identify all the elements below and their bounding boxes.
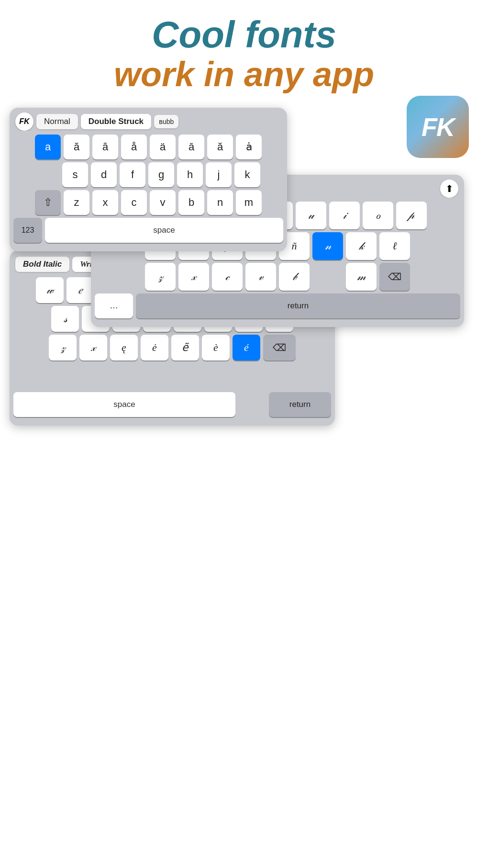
kb2-bottom-row: … return <box>95 293 460 318</box>
kb1-space-key[interactable]: space <box>45 218 283 243</box>
kb2-return-key[interactable]: return <box>136 293 460 318</box>
kb2-dots-key[interactable]: … <box>95 293 133 318</box>
kb2-spacer <box>312 263 343 291</box>
kb2-share-button[interactable]: ⬆ <box>440 180 458 198</box>
key-a-macron[interactable]: ā <box>178 135 204 159</box>
kb2-key-z[interactable]: 𝓏 <box>145 263 176 291</box>
kb2-delete-key[interactable]: ⌫ <box>379 263 410 291</box>
kb2-key-b[interactable]: 𝒷 <box>279 263 310 291</box>
kb2-key-o[interactable]: ℴ <box>363 202 393 229</box>
kb3-tab-bolditalic[interactable]: Bold Italic <box>15 257 69 272</box>
kb2-key-i[interactable]: 𝒾 <box>329 202 360 229</box>
kb3-accent-group: ę ė ẽ è é <box>110 335 260 389</box>
kb3-key-e-tilde[interactable]: ẽ <box>171 335 199 361</box>
kb1-accent-row: a ă â å ä ā ă ȧ <box>13 135 283 159</box>
header-section: Cool fonts work in any app <box>114 14 374 93</box>
kb1-fk-logo[interactable]: FK <box>15 113 33 131</box>
kb3-key-s[interactable]: 𝓈 <box>51 306 79 332</box>
kb2-key-c[interactable]: 𝒸 <box>212 263 243 291</box>
kb1-tab-bubble[interactable]: ʙubb <box>154 115 178 128</box>
keyboard-1: FK Normal Double Struck ʙubb a ă â å ä ā… <box>10 108 287 251</box>
key-z[interactable]: z <box>64 190 89 215</box>
key-k[interactable]: k <box>234 162 260 187</box>
kb2-key-x[interactable]: 𝓍 <box>178 263 209 291</box>
kb3-key-e-grave[interactable]: è <box>202 335 230 361</box>
kb3-accent-popup: ę ė ẽ è é <box>110 335 260 361</box>
kb1-row2: s d f g h j k <box>13 162 283 187</box>
kb2-key-k[interactable]: 𝓀 <box>346 232 377 260</box>
kb1-row3: ⇧ z x c v b n m <box>13 190 283 215</box>
key-a-active[interactable]: a <box>35 135 61 159</box>
key-c[interactable]: c <box>121 190 147 215</box>
header-title-line1: Cool fonts <box>114 14 374 56</box>
key-j[interactable]: j <box>206 162 232 187</box>
kb3-key-e-ogonek[interactable]: ę <box>110 335 138 361</box>
key-f[interactable]: f <box>120 162 145 187</box>
kb1-toolbar: FK Normal Double Struck ʙubb <box>13 113 283 131</box>
kb3-key-e-dot[interactable]: ė <box>141 335 168 361</box>
kb2-key-l[interactable]: ℓ <box>379 232 410 260</box>
key-g[interactable]: g <box>148 162 174 187</box>
kb3-space-key[interactable]: space <box>13 392 235 417</box>
key-b[interactable]: b <box>178 190 204 215</box>
kb3-key-z[interactable]: 𝓏 <box>49 335 77 361</box>
key-a-uml[interactable]: ä <box>150 135 176 159</box>
kb1-tab-normal[interactable]: Normal <box>36 114 78 129</box>
header-title-line2: work in any app <box>114 56 374 93</box>
kb3-bottom-row: space return <box>13 392 331 417</box>
kb3-key-w[interactable]: 𝓌 <box>36 277 64 303</box>
key-a-ring[interactable]: å <box>121 135 147 159</box>
kb3-row3: 𝓏 𝓍 ę ė ẽ è é ⌫ <box>13 335 331 389</box>
kb3-key-e-acute[interactable]: é <box>233 335 260 361</box>
key-s[interactable]: s <box>62 162 88 187</box>
key-a-breve2[interactable]: ă <box>207 135 233 159</box>
kb1-bottom-row: 123 space <box>13 218 283 243</box>
key-m[interactable]: m <box>236 190 262 215</box>
kb3-return-key[interactable]: return <box>269 392 331 417</box>
key-v[interactable]: v <box>150 190 176 215</box>
kb2-key-v[interactable]: 𝓋 <box>245 263 276 291</box>
kb2-key-n-active[interactable]: 𝓃 <box>312 232 343 260</box>
key-h[interactable]: h <box>177 162 203 187</box>
kb3-key-e[interactable]: 𝑒 <box>67 277 94 303</box>
kb2-row3: 𝓏 𝓍 𝒸 𝓋 𝒷 𝓂 ⌫ <box>95 263 460 291</box>
key-d[interactable]: d <box>91 162 117 187</box>
kb1-shift-key[interactable]: ⇧ <box>35 190 61 215</box>
kb3-delete-key[interactable]: ⌫ <box>263 335 296 361</box>
kb2-key-u[interactable]: 𝓊 <box>296 202 326 229</box>
kb3-key-x[interactable]: 𝓍 <box>79 335 107 361</box>
key-n[interactable]: n <box>207 190 233 215</box>
kb1-tab-doublestruck[interactable]: Double Struck <box>81 114 151 129</box>
key-a-breve[interactable]: ă <box>64 135 89 159</box>
key-a-dot[interactable]: ȧ <box>236 135 262 159</box>
key-x[interactable]: x <box>92 190 118 215</box>
keyboards-section: FK Normal Double Struck ʙubb a ă â å ä ā… <box>10 108 478 426</box>
key-a-circ[interactable]: â <box>92 135 118 159</box>
kb2-key-p[interactable]: 𝓅 <box>396 202 427 229</box>
kb1-num-key[interactable]: 123 <box>13 218 42 243</box>
kb2-key-m[interactable]: 𝓂 <box>346 263 377 291</box>
